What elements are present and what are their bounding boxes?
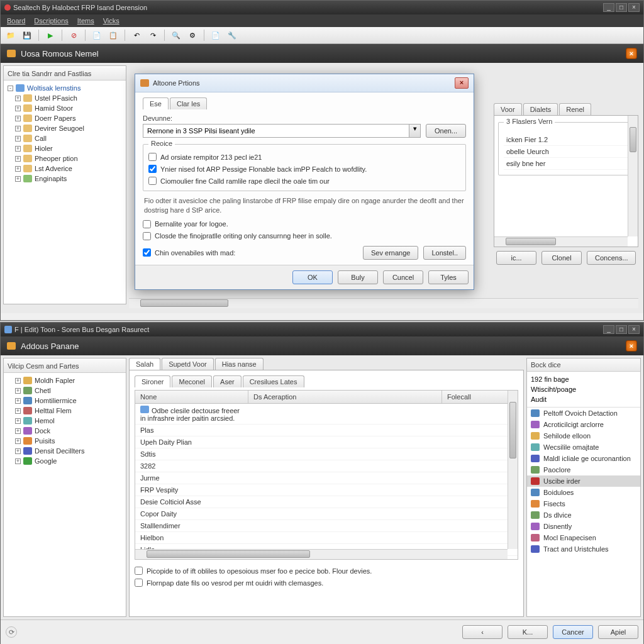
bottom-check-1[interactable]	[135, 567, 143, 575]
table-row[interactable]: Plas	[135, 425, 518, 436]
expand-icon[interactable]: +	[15, 166, 21, 172]
stop-icon[interactable]: ⊘	[67, 29, 80, 42]
table-row[interactable]: Stalllendimer	[135, 520, 518, 532]
tab-ese[interactable]: Ese	[143, 97, 169, 109]
check-6[interactable]	[143, 248, 151, 257]
tree-item[interactable]: +Dock	[6, 426, 123, 436]
table-row[interactable]: Hielbon	[135, 532, 518, 544]
tree-item[interactable]: +Pheoper ption	[6, 153, 123, 164]
tab-supetd[interactable]: Supetd Voor	[162, 358, 214, 370]
tree-item[interactable]: +Helttal Flem	[6, 406, 123, 416]
devunne-combo[interactable]: ▾	[143, 124, 421, 138]
panel-close-button[interactable]: ×	[626, 340, 637, 352]
refresh-icon[interactable]: ⟳	[6, 626, 17, 638]
concens-button[interactable]: Concens...	[587, 251, 636, 265]
menu-vicks[interactable]: Vicks	[103, 17, 119, 25]
expand-icon[interactable]: +	[15, 116, 21, 121]
menu-board[interactable]: Board	[7, 17, 25, 25]
expand-icon[interactable]: +	[15, 126, 21, 131]
right-item[interactable]: Mocl Enapecisen	[527, 532, 640, 543]
expand-icon[interactable]: +	[15, 408, 21, 414]
undo-icon[interactable]: ↶	[130, 29, 143, 42]
right-item[interactable]: Wecsilile omajtate	[527, 441, 640, 453]
right-item[interactable]: Disnently	[527, 521, 640, 532]
tree-item[interactable]: +Hioler	[6, 143, 123, 153]
buly-button[interactable]: Buly	[338, 270, 378, 284]
tree-item[interactable]: +Lst Adverice	[6, 164, 123, 174]
check-4[interactable]	[143, 220, 151, 228]
expand-icon[interactable]: -	[8, 86, 13, 91]
chevron-down-icon[interactable]: ▾	[409, 124, 421, 138]
expand-icon[interactable]: +	[15, 418, 21, 424]
expand-icon[interactable]: +	[15, 136, 21, 142]
tab-dialets[interactable]: Dialets	[523, 103, 558, 115]
clonel-button[interactable]: Clonel	[541, 251, 582, 265]
maximize-button[interactable]: □	[616, 325, 627, 334]
tab-renel[interactable]: Renel	[559, 103, 591, 115]
extra-icon[interactable]: 🔧	[226, 29, 238, 42]
menu-items[interactable]: Items	[77, 17, 94, 25]
new-icon[interactable]: 📄	[209, 29, 222, 42]
tree-item[interactable]: +Google	[6, 456, 123, 466]
right-item[interactable]: Uscibe irder	[527, 475, 640, 487]
expand-icon[interactable]: +	[15, 156, 21, 162]
scrollbar-vertical[interactable]	[628, 116, 638, 236]
devunne-input[interactable]	[143, 124, 409, 138]
panel-close-button[interactable]: ×	[626, 48, 637, 59]
k-prev-button[interactable]: ‹	[462, 625, 502, 639]
tree-item[interactable]: +Doerr Papers	[6, 113, 123, 123]
table-row[interactable]: Copor Daity	[135, 508, 518, 520]
expand-icon[interactable]: +	[15, 96, 21, 101]
tree-item[interactable]: +Densit Decillters	[6, 446, 123, 456]
redo-icon[interactable]: ↷	[147, 29, 159, 42]
tree-item[interactable]: +Hamid Stoor	[6, 103, 123, 113]
tree-item[interactable]: +Puisits	[6, 436, 123, 446]
cancel-button[interactable]: Cuncel	[383, 270, 423, 284]
expand-icon[interactable]: +	[15, 176, 21, 182]
right-item[interactable]: Ds dlvice	[527, 509, 640, 521]
k-button[interactable]: K...	[508, 625, 548, 639]
expand-icon[interactable]: +	[15, 106, 21, 111]
check-1[interactable]	[148, 153, 157, 161]
tree-item[interactable]: +Ustel PFasich	[6, 93, 123, 103]
tree-item[interactable]: +Devirer Seugoel	[6, 123, 123, 133]
open-button[interactable]: Onen...	[426, 124, 466, 138]
scrollbar-horizontal[interactable]	[494, 236, 628, 247]
tree-root[interactable]: -Woltisak lernstins	[6, 83, 123, 93]
right-item[interactable]: Maldl icliale ge ocuronantion	[527, 453, 640, 464]
tab-clar[interactable]: Clar les	[170, 97, 207, 109]
tab-voor[interactable]: Voor	[494, 103, 522, 115]
table-row[interactable]: 3282	[135, 460, 518, 472]
tree-item[interactable]: +Chetl	[6, 386, 123, 396]
minimize-button[interactable]: _	[603, 3, 614, 12]
expand-icon[interactable]: +	[15, 428, 21, 434]
tab-hias[interactable]: Hias nanse	[215, 358, 264, 370]
cancel-button[interactable]: Cancer	[553, 625, 593, 639]
expand-icon[interactable]: +	[15, 438, 21, 444]
expand-icon[interactable]: +	[15, 388, 21, 394]
tree-item[interactable]: +Enginapits	[6, 174, 123, 184]
load-button[interactable]: Lonstel..	[423, 246, 466, 260]
right-item[interactable]: Tract and Uristchules	[527, 543, 640, 555]
tree-item[interactable]: +Call	[6, 133, 123, 143]
subtab-cresi[interactable]: Cresilues Lates	[243, 375, 304, 387]
close-button[interactable]: ×	[628, 325, 640, 334]
bottom-check-2[interactable]	[135, 579, 143, 587]
copy-icon[interactable]: 📋	[107, 29, 119, 42]
tyles-button[interactable]: Tyles	[428, 270, 469, 284]
right-item[interactable]: Fisects	[527, 498, 640, 509]
scrollbar-vertical[interactable]	[508, 391, 518, 549]
expand-icon[interactable]: +	[15, 146, 21, 152]
gear-icon[interactable]: ⚙	[186, 29, 199, 42]
th-desc[interactable]: Ds Aceraption	[248, 391, 442, 403]
folder-icon[interactable]: 📁	[4, 29, 17, 42]
dialog-close-button[interactable]: ×	[455, 77, 469, 89]
th-folecall[interactable]: Folecall	[442, 391, 518, 403]
ok-button[interactable]: OK	[292, 270, 333, 284]
right-item[interactable]: Boiduloes	[527, 487, 640, 498]
tree-item[interactable]: +Homtiliermice	[6, 396, 123, 406]
tab-salah[interactable]: Salah	[129, 358, 160, 370]
list-item[interactable]: obelle Ueurch	[504, 146, 628, 158]
zoom-in-icon[interactable]: 🔍	[170, 29, 182, 42]
minimize-button[interactable]: _	[603, 325, 614, 334]
